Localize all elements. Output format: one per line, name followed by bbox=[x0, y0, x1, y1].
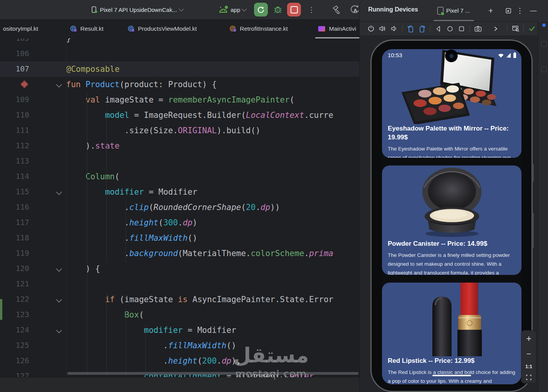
confirm-button[interactable] bbox=[526, 24, 538, 34]
zoom-reset-button[interactable]: 1:1 bbox=[525, 364, 532, 369]
editor-tab-label: ositoryImpl.kt bbox=[3, 25, 38, 32]
zoom-fit-icon[interactable] bbox=[526, 374, 532, 380]
code-line[interactable]: 119 .background(MaterialTheme.colorSchem… bbox=[0, 246, 359, 261]
code-line[interactable]: 120 ) { bbox=[0, 261, 359, 276]
editor-tab-result-kt[interactable]: Result.kt bbox=[70, 19, 103, 38]
gutter[interactable]: 106 bbox=[0, 46, 66, 61]
code-line[interactable]: 124 modifier = Modifier bbox=[0, 323, 359, 338]
status-time: 10:53 bbox=[388, 52, 402, 58]
code-line[interactable]: 121 bbox=[0, 276, 359, 292]
product-card[interactable]: Powder Canister -- Price: 14.99$The Powd… bbox=[382, 165, 521, 275]
tool-stripe-icon[interactable] bbox=[541, 66, 547, 72]
editor-tab-productsviewmodel-kt[interactable]: ProductsViewModel.kt bbox=[128, 19, 197, 38]
device-screen[interactable]: Eyeshadow Palette with Mirror -- Price: … bbox=[382, 49, 521, 384]
volume-up-button[interactable] bbox=[377, 24, 388, 34]
run-config-selector[interactable]: app bbox=[218, 0, 246, 19]
gutter[interactable]: 119 bbox=[0, 246, 66, 261]
minimize-panel-button[interactable]: — bbox=[528, 0, 539, 21]
gutter[interactable]: 113 bbox=[0, 154, 66, 169]
zoom-in-button[interactable]: + bbox=[526, 333, 531, 344]
back-button[interactable] bbox=[433, 24, 444, 34]
gutter[interactable]: 114 bbox=[0, 169, 66, 184]
gutter[interactable]: 127 bbox=[0, 369, 66, 377]
code-line[interactable]: 116 .clip(RoundedCornerShape(20.dp)) bbox=[0, 200, 359, 215]
code-line[interactable]: 111 .size(Size.ORIGINAL).build() bbox=[0, 123, 359, 138]
more-options-button[interactable]: ⋮ bbox=[308, 0, 315, 19]
editor-tab-mainactivi[interactable]: MainActivi bbox=[317, 19, 356, 38]
code-line[interactable]: 106 bbox=[0, 46, 359, 61]
fold-chevron-icon[interactable] bbox=[56, 297, 62, 303]
gutter[interactable]: 123 bbox=[0, 307, 66, 323]
code-line[interactable]: 125 .fillMaxWidth() bbox=[0, 338, 359, 353]
check-icon bbox=[528, 25, 536, 32]
recents-button[interactable] bbox=[456, 24, 467, 34]
rotate-left-button[interactable] bbox=[405, 24, 416, 34]
gutter[interactable]: 126 bbox=[0, 353, 66, 369]
editor-tab-bar: ositoryImpl.ktResult.ktProductsViewModel… bbox=[0, 19, 359, 38]
code-line[interactable]: 107@Composable bbox=[0, 61, 359, 77]
code-line[interactable]: fun Product(product: Product) { bbox=[0, 77, 359, 92]
screenshot-button[interactable] bbox=[472, 24, 484, 34]
gutter[interactable]: 117 bbox=[0, 215, 66, 230]
product-card[interactable]: Eyeshadow Palette with Mirror -- Price: … bbox=[382, 49, 521, 158]
editor-tab-retrofitinstance-kt[interactable]: RetrofitInstance.kt bbox=[230, 19, 288, 38]
fold-chevron-icon[interactable] bbox=[56, 82, 62, 88]
editor-tab-ositoryimpl-kt[interactable]: ositoryImpl.kt bbox=[3, 19, 38, 38]
device-tab-pixel7[interactable]: Pixel 7 ... bbox=[433, 0, 474, 21]
gutter[interactable]: 107 bbox=[0, 61, 66, 77]
power-button[interactable] bbox=[365, 24, 377, 34]
code-line[interactable]: 117 .height(300.dp) bbox=[0, 215, 359, 230]
fold-chevron-icon[interactable] bbox=[56, 327, 62, 334]
code-line[interactable]: 122 if (imageState is AsyncImagePainter.… bbox=[0, 292, 359, 307]
debug-button[interactable] bbox=[273, 0, 282, 19]
rerun-button[interactable] bbox=[254, 3, 268, 17]
gutter[interactable]: 118 bbox=[0, 230, 66, 246]
volume-down-button[interactable] bbox=[388, 24, 400, 34]
code-line[interactable]: 113 bbox=[0, 154, 359, 169]
code-line[interactable]: 112 ).state bbox=[0, 138, 359, 154]
product-card[interactable]: Red Lipstick -- Price: 12.99$The Red Lip… bbox=[382, 283, 521, 384]
home-button[interactable] bbox=[444, 24, 456, 34]
screen-record-search-icon bbox=[511, 25, 520, 32]
gutter[interactable]: 115 bbox=[0, 184, 66, 200]
gesture-navigation-pill[interactable] bbox=[432, 375, 471, 376]
gutter[interactable]: 124 bbox=[0, 323, 66, 338]
gutter[interactable]: 111 bbox=[0, 123, 66, 138]
add-device-button[interactable]: + bbox=[486, 0, 496, 21]
code-line[interactable]: 118 .fillMaxWidth() bbox=[0, 230, 359, 246]
float-window-button[interactable] bbox=[503, 0, 513, 21]
device-selector[interactable]: Pixel 7 API UpsideDownCak... bbox=[91, 0, 183, 19]
sync-button[interactable]: A bbox=[350, 0, 360, 19]
horizontal-scrollbar[interactable] bbox=[67, 372, 359, 375]
code-line[interactable]: 126 .height(200.dp), bbox=[0, 353, 359, 369]
fold-chevron-icon[interactable] bbox=[56, 266, 62, 272]
gutter[interactable]: 116 bbox=[0, 200, 66, 215]
gutter[interactable]: 121 bbox=[0, 276, 66, 292]
gutter[interactable]: 120 bbox=[0, 261, 66, 276]
mirror-displays-button[interactable] bbox=[510, 24, 521, 34]
gutter[interactable]: 110 bbox=[0, 108, 66, 123]
gutter[interactable]: 125 bbox=[0, 338, 66, 353]
stop-button[interactable] bbox=[287, 3, 301, 17]
code-line[interactable]: 123 Box( bbox=[0, 307, 359, 323]
gutter[interactable]: 122 bbox=[0, 292, 66, 307]
build-button[interactable] bbox=[331, 0, 341, 19]
code-line[interactable]: 109 val imageState = rememberAsyncImageP… bbox=[0, 92, 359, 108]
gutter[interactable]: 109 bbox=[0, 92, 66, 108]
zoom-out-button[interactable]: − bbox=[526, 349, 531, 359]
panel-options-button[interactable]: ⋮ bbox=[516, 0, 524, 21]
code-line[interactable]: 110 model = ImageRequest.Builder(LocalCo… bbox=[0, 108, 359, 123]
code-line[interactable]: 105} bbox=[0, 38, 359, 46]
gutter[interactable]: 105 bbox=[0, 38, 66, 46]
code-editor[interactable]: 105}106107@Composablefun Product(product… bbox=[0, 38, 359, 377]
notification-dot-icon[interactable] bbox=[542, 23, 546, 27]
gutter[interactable]: 112 bbox=[0, 138, 66, 154]
gutter[interactable] bbox=[0, 77, 66, 92]
breakpoint-icon[interactable] bbox=[20, 80, 28, 88]
rotate-right-button[interactable] bbox=[416, 24, 428, 34]
code-line[interactable]: 115 modifier = Modifier bbox=[0, 184, 359, 200]
fold-chevron-icon[interactable] bbox=[56, 189, 62, 195]
more-actions-button[interactable] bbox=[490, 24, 502, 34]
tool-stripe-icon[interactable] bbox=[541, 41, 547, 47]
code-line[interactable]: 114 Column( bbox=[0, 169, 359, 184]
